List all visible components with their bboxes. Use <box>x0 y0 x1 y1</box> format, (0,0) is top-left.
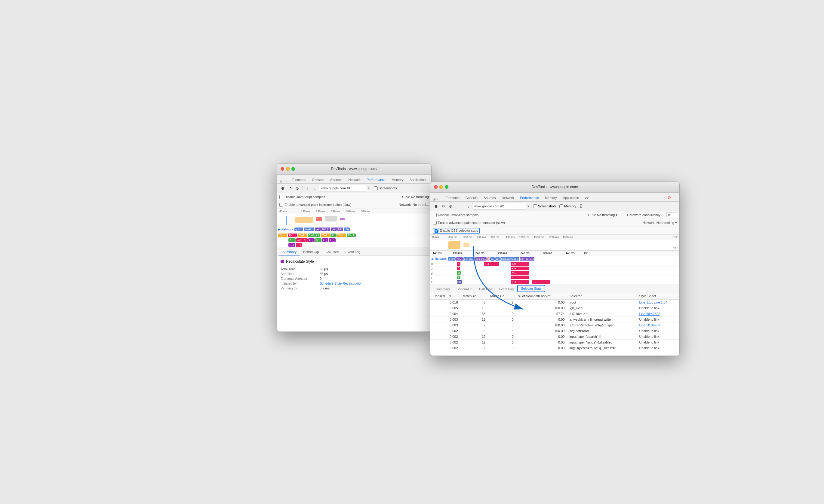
screenshots-checkbox-2[interactable] <box>533 204 537 208</box>
inspect-icon[interactable]: ⊞ <box>279 179 282 183</box>
summary-color-1 <box>281 260 284 263</box>
col-selector[interactable]: Selector <box>567 293 637 300</box>
close-button-2[interactable] <box>434 185 437 189</box>
style-sheet-link-3[interactable]: Line 58:42522 <box>639 312 660 316</box>
eval-block: Eval...ipt <box>308 234 321 237</box>
col-match-co[interactable]: Match Co... <box>488 293 516 300</box>
disable-js-label-1[interactable]: Disable JavaScript samples <box>279 195 325 199</box>
settings-icon-2[interactable]: ⚙ <box>667 195 671 200</box>
maximize-button-2[interactable] <box>445 185 448 189</box>
h-selected-block[interactable]: H <box>457 280 462 284</box>
style-sheet-link-1a[interactable]: Line 1:1 <box>639 300 651 304</box>
css-selector-stats-checkbox[interactable] <box>434 229 438 233</box>
tab-memory-2[interactable]: Memory <box>542 195 560 201</box>
adv-paint-label-2[interactable]: Enable advanced paint instrumentation (s… <box>433 221 505 225</box>
col-slow-path[interactable]: % of slow-path non-m... <box>516 293 567 300</box>
clear-button-2[interactable]: ⊘ <box>447 203 454 210</box>
eventlog-tab-1[interactable]: Event Log <box>342 249 364 255</box>
ruler-tick-2: 198 ms <box>301 210 310 213</box>
tab-performance-1[interactable]: Performance <box>364 177 389 183</box>
tab-performance-2[interactable]: Performance <box>517 195 542 201</box>
url-dropdown-1[interactable]: ▾ <box>368 186 370 190</box>
devtools-window-2: DevTools - www.google.com/ ⊞ ▭ Elements … <box>430 181 680 356</box>
cell-selector-7: input[type="search" i] <box>567 334 637 339</box>
table-row: 0.002 2 0 0.00 img:is([sizes="auto" i], … <box>430 345 679 351</box>
tab-application-2[interactable]: Application <box>560 195 582 201</box>
hw-concurrency-input[interactable] <box>666 213 677 217</box>
cell-match-co-5: 0 <box>488 322 516 328</box>
minimize-button-1[interactable] <box>286 167 290 171</box>
url-input-2[interactable] <box>472 203 526 210</box>
bottomup-tab-1[interactable]: Bottom-Up <box>300 249 322 255</box>
network-track-2: ▶ Network e.com m=... gen_20... gen_20..… <box>430 256 679 262</box>
clear-button-1[interactable]: ⊘ <box>294 185 300 192</box>
disable-js-checkbox-2[interactable] <box>433 213 437 217</box>
ruler-tick-1: 48 ms <box>279 210 287 213</box>
inspect-icon-2[interactable]: ⊞ <box>433 197 436 201</box>
tab-elements-1[interactable]: Elements <box>289 177 309 183</box>
table-row: 0.018 6 2 0.00 :root Line 1:1 , Line 1:5… <box>430 299 679 305</box>
cell-slow-path-7: 0.00 <box>516 334 567 339</box>
tab-elements-2[interactable]: Elements <box>443 195 462 201</box>
calltree-tab-1[interactable]: Call Tree <box>323 249 342 255</box>
style-sheet-link-5[interactable]: Line 58:39963 <box>639 324 660 327</box>
paren-block-3: (...) <box>329 238 336 242</box>
summary-tab-1[interactable]: Summary <box>279 249 300 255</box>
network-expand-1[interactable]: ▶ Network <box>278 228 293 231</box>
memory-checkbox-2[interactable] <box>559 204 563 208</box>
eventlog-tab-2[interactable]: Event Log <box>496 286 517 293</box>
elements-affected-value: 0 <box>320 277 321 280</box>
disable-js-label-2[interactable]: Disable JavaScript samples <box>433 213 479 217</box>
tab-network-2[interactable]: Network <box>499 195 517 201</box>
col-match-att[interactable]: Match Att... <box>460 293 488 300</box>
cell-match-co-3: 0 <box>488 311 516 317</box>
screenshots-label-1: Screenshots <box>374 186 397 190</box>
col-style-sheet[interactable]: Style Sheet <box>637 293 679 300</box>
tab-memory-1[interactable]: Memory <box>389 177 407 183</box>
reload-button-1[interactable]: ↺ <box>287 185 293 192</box>
col-elapsed[interactable]: Elapsed ... ▾ <box>430 293 460 300</box>
maximize-button-1[interactable] <box>291 167 295 171</box>
disable-js-checkbox-1[interactable] <box>279 195 283 199</box>
cell-style-sheet-5: Line 58:39963 <box>637 322 679 328</box>
tab-console-2[interactable]: Console <box>462 195 481 201</box>
total-time-label: Total Time <box>281 267 320 271</box>
divider-3 <box>455 204 456 209</box>
schedule-style-link[interactable]: Schedule Style Recalculation <box>320 282 363 285</box>
tab-more-2[interactable]: >> <box>582 195 592 201</box>
cell-selector-9: img:is([sizes="auto" i], [sizes^="... <box>567 345 637 351</box>
summary-tab-2[interactable]: Summary <box>433 286 453 293</box>
more-icon-2[interactable]: ⋮ <box>673 195 677 200</box>
close-button-1[interactable] <box>281 167 284 171</box>
download-button-1[interactable]: ↓ <box>312 185 318 192</box>
network-expand-2[interactable]: ▶ Network <box>431 257 446 261</box>
upload-button-1[interactable]: ↑ <box>304 185 311 192</box>
options-bar-1: Disable JavaScript samples CPU: No throt… <box>277 193 431 201</box>
screenshots-checkbox-1[interactable] <box>374 186 378 190</box>
cell-slow-path-2: 100.00 <box>516 305 567 311</box>
record-button-2[interactable]: ⏺ <box>433 203 439 210</box>
url-dropdown-2[interactable]: ▾ <box>527 204 529 208</box>
k-flame-block: K <box>457 262 460 266</box>
calltree-tab-2[interactable]: Call Tree <box>476 286 495 293</box>
tab-network-1[interactable]: Network <box>345 177 364 183</box>
adv-paint-label-1[interactable]: Enable advanced paint instrumentation (s… <box>279 203 351 207</box>
net-block-1: goo... <box>294 228 303 231</box>
adv-paint-checkbox-1[interactable] <box>279 203 283 207</box>
upload-button-2[interactable]: ↑ <box>458 203 464 210</box>
tab-sources-1[interactable]: Sources <box>327 177 345 183</box>
minimize-button-2[interactable] <box>439 185 443 189</box>
tab-application-1[interactable]: Application <box>407 177 429 183</box>
device-icon-2[interactable]: ▭ <box>437 197 440 201</box>
record-button-1[interactable]: ⏺ <box>279 185 286 192</box>
url-input-1[interactable] <box>319 185 367 192</box>
selectorstats-tab-2[interactable]: Selector Stats <box>517 285 545 292</box>
device-icon[interactable]: ▭ <box>284 179 287 183</box>
download-button-2[interactable]: ↓ <box>465 203 472 210</box>
bottomup-tab-2[interactable]: Bottom-Up <box>453 286 476 293</box>
style-sheet-link-1b[interactable]: Line 1:54 <box>654 300 667 304</box>
tab-console-1[interactable]: Console <box>309 177 327 183</box>
tab-sources-2[interactable]: Sources <box>481 195 499 201</box>
reload-button-2[interactable]: ↺ <box>440 203 446 210</box>
adv-paint-checkbox-2[interactable] <box>433 221 437 225</box>
